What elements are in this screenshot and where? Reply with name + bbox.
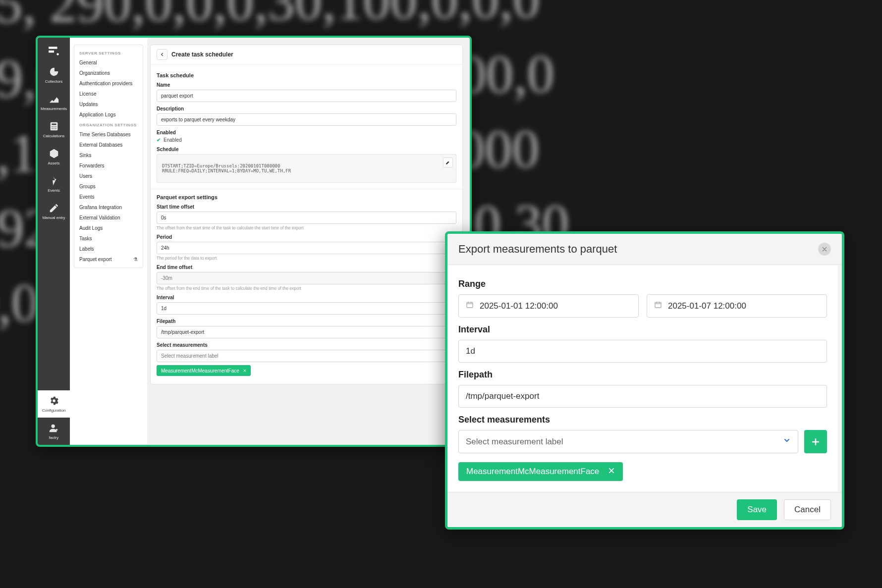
modal-label-filepath: Filepath [458,370,827,380]
label-enabled: Enabled [157,130,456,135]
section-parquet-settings: Parquet export settings [157,194,456,200]
check-icon: ✔ [157,137,161,143]
nav-license[interactable]: License [74,89,143,99]
tag-remove-icon[interactable]: × [243,368,246,374]
nav-updates[interactable]: Updates [74,99,143,109]
input-select-measurements[interactable] [157,350,456,362]
rail-label: factry [49,435,59,440]
chevron-down-icon [783,436,791,447]
input-filepath[interactable] [157,326,456,338]
rail-events[interactable]: Events [38,170,70,198]
input-range-from[interactable]: 2025-01-01 12:00:00 [458,294,639,318]
rail-label: Assets [48,161,59,165]
scheduler-card: Create task scheduler Task schedule Name… [150,45,463,384]
svg-rect-1 [49,51,54,53]
svg-rect-13 [467,302,473,308]
input-description[interactable] [157,113,456,126]
label-period: Period [157,234,456,240]
modal-tag-label: MeasurementMcMeasurementFace [466,467,599,477]
nav-tsdb[interactable]: Time Series Databases [74,129,143,140]
svg-point-11 [51,425,55,428]
nav-labels[interactable]: Labels [74,244,143,254]
cancel-button[interactable]: Cancel [784,499,831,520]
hint-start-offset: The offset from the start time of the ta… [157,225,456,230]
nav-parquet-export[interactable]: Parquet export ⚗ [74,254,143,265]
rail-user[interactable]: factry [38,418,70,445]
label-select-measurements: Select measurements [157,342,456,348]
nav-auth-providers[interactable]: Authentication providers [74,78,143,89]
nav-application-logs[interactable]: Application Logs [74,109,143,120]
rail-label: Collectors [45,79,63,84]
section-task-schedule: Task schedule [157,72,456,78]
modal-header: Export measurements to parquet [447,234,842,265]
modal-select-measurement[interactable]: Select measurement label [458,430,798,453]
range-to-text: 2025-01-07 12:00:00 [668,301,746,311]
svg-point-2 [56,53,58,55]
input-period[interactable] [157,242,456,254]
input-start-offset[interactable] [157,212,456,224]
nav-ext-db[interactable]: External Databases [74,140,143,150]
nav-grafana[interactable]: Grafana Integration [74,202,143,213]
label-end-offset: End time offset [157,265,456,270]
nav-audit-logs[interactable]: Audit Logs [74,223,143,233]
modal-input-interval[interactable] [458,340,827,363]
nav-organizations[interactable]: Organizations [74,68,143,78]
nav-sinks[interactable]: Sinks [74,150,143,160]
app-logo [38,41,70,61]
label-start-offset: Start time offset [157,204,456,210]
server-settings-title: SERVER SETTINGS [74,48,143,57]
nav-users[interactable]: Users [74,171,143,181]
nav-groups[interactable]: Groups [74,181,143,192]
svg-point-7 [55,126,56,127]
rail-label: Events [48,188,59,193]
calendar-icon [654,301,662,311]
input-end-offset [157,272,456,284]
input-range-to[interactable]: 2025-01-07 12:00:00 [647,294,827,318]
flask-icon: ⚗ [133,257,138,262]
modal-measurement-tag: MeasurementMcMeasurementFace [458,462,623,481]
nav-tasks[interactable]: Tasks [74,233,143,244]
edit-schedule-button[interactable] [443,158,453,167]
page-title: Create task scheduler [171,51,233,58]
card-header: Create task scheduler [151,45,462,64]
nav-ext-validation[interactable]: External Validation [74,213,143,223]
svg-point-10 [55,128,56,129]
range-from-text: 2025-01-01 12:00:00 [480,301,558,311]
svg-point-9 [54,128,55,129]
save-button[interactable]: Save [737,499,777,520]
add-measurement-button[interactable] [804,430,827,453]
label-description: Description [157,106,456,111]
nav-rail: Collectors Measurements Calculations Ass… [38,38,70,445]
tag-label: MeasurementMcMeasurementFace [161,368,239,374]
calendar-icon [466,301,474,311]
nav-general[interactable]: General [74,57,143,68]
svg-point-8 [52,128,53,129]
label-interval: Interval [157,295,456,300]
settings-panel: SERVER SETTINGS General Organizations Au… [74,45,143,268]
rail-assets[interactable]: Assets [38,143,70,170]
nav-org-events[interactable]: Events [74,192,143,202]
modal-input-filepath[interactable] [458,385,827,408]
rail-configuration[interactable]: Configuration [38,390,70,418]
modal-label-interval: Interval [458,324,827,335]
modal-footer: Save Cancel [447,492,842,527]
label-name: Name [157,82,456,88]
rail-manual-entry[interactable]: Manual entry [38,198,70,225]
svg-point-6 [54,126,55,127]
svg-rect-4 [52,124,56,125]
modal-tag-remove-icon[interactable] [608,467,615,477]
back-button[interactable] [157,49,167,60]
rail-calculations[interactable]: Calculations [38,116,70,143]
rail-label: Configuration [42,408,66,413]
rail-collectors[interactable]: Collectors [38,61,70,89]
modal-close-button[interactable] [818,243,831,256]
svg-rect-0 [49,47,57,49]
input-name[interactable] [157,90,456,102]
rail-measurements[interactable]: Measurements [38,89,70,116]
hint-period: The period for the data to export [157,256,456,261]
input-interval[interactable] [157,302,456,315]
nav-forwarders[interactable]: Forwarders [74,160,143,171]
admin-window: Collectors Measurements Calculations Ass… [36,36,472,447]
label-schedule: Schedule [157,147,456,152]
enabled-checkbox[interactable]: ✔ Enabled [157,137,456,143]
